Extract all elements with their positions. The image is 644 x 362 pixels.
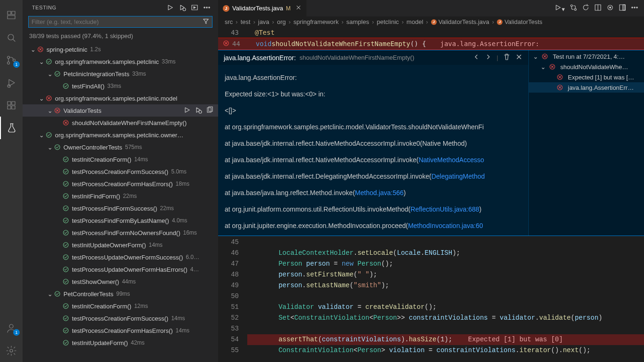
diff-icon[interactable] — [606, 4, 614, 13]
test-item[interactable]: testInitUpdateForm()42ms — [23, 337, 218, 349]
test-group[interactable]: ⌄org.springframework.samples.petclinic.m… — [23, 92, 218, 104]
stacktrace-line[interactable]: at org.junit.jupiter.engine.execution.Me… — [225, 218, 522, 234]
breadcrumb-item[interactable]: java — [258, 18, 269, 25]
accounts-icon[interactable]: 1 — [0, 317, 23, 339]
close-peek-icon[interactable] — [515, 53, 523, 62]
test-item[interactable]: testFindAll()33ms — [23, 80, 218, 92]
filter-input[interactable] — [29, 16, 200, 27]
peek-stacktrace[interactable]: java.lang.AssertionError:Expected size:<… — [218, 65, 528, 236]
chevron-icon[interactable]: ⌄ — [38, 58, 45, 65]
stacktrace-line[interactable]: <[]> — [225, 102, 522, 119]
code-line[interactable]: LocaleContextHolder.setLocale(Locale.ENG… — [247, 248, 644, 259]
goto-icon[interactable] — [206, 106, 213, 115]
code-line[interactable] — [247, 237, 644, 248]
test-item[interactable]: testInitCreationForm()12ms — [23, 300, 218, 312]
settings-gear-icon[interactable] — [0, 339, 23, 362]
breadcrumb-item[interactable]: samples — [346, 18, 369, 25]
run-icon[interactable] — [183, 106, 191, 115]
breadcrumbs[interactable]: src›test›java›org›springframework›sample… — [218, 16, 644, 27]
test-item[interactable]: testProcessCreationFormHasErrors()18ms — [23, 178, 218, 190]
prev-icon[interactable] — [472, 53, 480, 62]
test-item[interactable]: testProcessCreationFormHasErrors()14ms — [23, 324, 218, 337]
peek-tree-item[interactable]: ⌄shouldNotValidateWhe… — [529, 62, 644, 72]
test-item[interactable]: testShowOwner()44ms — [23, 275, 218, 288]
split-right-icon[interactable] — [594, 4, 602, 13]
breadcrumb-item[interactable]: test — [241, 18, 251, 25]
test-group[interactable]: ⌄PetControllerTests99ms — [23, 288, 218, 300]
code-line[interactable]: Person person = new Person(); — [247, 259, 644, 269]
layout-icon[interactable] — [619, 4, 626, 13]
search-icon[interactable] — [0, 26, 23, 49]
breadcrumb-item[interactable]: springframework — [293, 18, 338, 25]
stacktrace-line[interactable]: at org.junit.platform.commons.util.Refle… — [225, 201, 522, 218]
filter-box[interactable] — [28, 16, 212, 28]
code-line[interactable]: assertThat(constraintViolations).hasSize… — [247, 334, 644, 345]
breadcrumb-item[interactable]: JValidatorTests.java — [431, 18, 489, 25]
stacktrace-line[interactable]: at java.base/jdk.internal.reflect.Native… — [225, 152, 522, 168]
code-area[interactable]: 4546474849505152535455 LocaleContextHold… — [218, 236, 644, 362]
test-item[interactable]: testProcessCreationFormSuccess()5.0ms — [23, 165, 218, 178]
test-item[interactable]: testProcessFindFormSuccess()22ms — [23, 202, 218, 214]
error-line[interactable]: 44 void shouldNotValidateWhenFirstNameEm… — [218, 38, 644, 50]
breadcrumb-item[interactable]: org — [277, 18, 286, 25]
debug-icon[interactable] — [195, 106, 202, 115]
test-group[interactable]: ⌄spring-petclinic1.2s — [23, 43, 218, 55]
debug-all-icon[interactable] — [179, 4, 186, 11]
test-group[interactable]: ⌄PetclinicIntegrationTests33ms — [23, 68, 218, 80]
code-line[interactable]: Set<ConstraintViolation<Person>> constra… — [247, 313, 644, 323]
test-item[interactable]: testProcessFindFormNoOwnersFound()16ms — [23, 227, 218, 239]
tab-validator-tests[interactable]: J ValidatorTests.java M — [218, 0, 306, 16]
run-all-icon[interactable] — [166, 4, 174, 11]
stacktrace-line[interactable]: at org.springframework.samples.petclinic… — [225, 119, 522, 135]
next-icon[interactable] — [485, 53, 492, 62]
chevron-icon[interactable]: ⌄ — [46, 144, 54, 151]
code-line[interactable]: ConstraintViolation<Person> violation = … — [247, 345, 644, 356]
chevron-icon[interactable]: ⌄ — [38, 95, 45, 102]
breadcrumb-item[interactable]: JValidatorTests — [497, 18, 542, 25]
test-item[interactable]: testInitFindForm()22ms — [23, 190, 218, 202]
test-group[interactable]: ⌄OwnerControllerTests575ms — [23, 141, 218, 153]
test-group[interactable]: ⌄org.springframework.samples.petclinic33… — [23, 55, 218, 68]
test-item[interactable]: testProcessCreationFormSuccess()14ms — [23, 312, 218, 324]
filter-icon[interactable] — [200, 18, 212, 26]
stacktrace-line[interactable]: at java.base/jdk.internal.reflect.Delega… — [225, 168, 522, 185]
stacktrace-line[interactable]: at java.base/jdk.internal.reflect.Native… — [225, 135, 522, 152]
close-icon[interactable] — [295, 4, 302, 12]
chevron-icon[interactable]: ⌄ — [29, 46, 37, 53]
extensions-icon[interactable] — [0, 94, 23, 117]
code-line[interactable]: person.setFirstName(" "); — [247, 269, 644, 280]
run-debug-icon[interactable] — [0, 71, 23, 94]
peek-tree-item[interactable]: java.lang.AssertionErr… — [529, 82, 644, 93]
breadcrumb-item[interactable]: petclinic — [377, 18, 399, 25]
show-output-icon[interactable] — [191, 4, 198, 11]
test-item[interactable]: testInitUpdateOwnerForm()14ms — [23, 239, 218, 251]
code-line[interactable]: person.setLastName("smith"); — [247, 280, 644, 291]
chevron-icon[interactable]: ⌄ — [46, 291, 54, 298]
breadcrumb-item[interactable]: model — [407, 18, 423, 25]
stacktrace-line[interactable]: Expected size:<1> but was:<0> in: — [225, 86, 522, 102]
test-item[interactable]: testInitCreationForm()14ms — [23, 153, 218, 165]
breadcrumb-item[interactable]: src — [225, 18, 233, 25]
test-group[interactable]: ⌄org.springframework.samples.petclinic.o… — [23, 129, 218, 141]
loop-icon[interactable] — [582, 4, 589, 13]
peek-tree-item[interactable]: ⌄Test run at 7/27/2021, 4:… — [529, 51, 644, 62]
stacktrace-line[interactable]: at java.base/java.lang.reflect.Method.in… — [225, 185, 522, 201]
test-group[interactable]: ⌄ValidatorTests — [23, 104, 218, 117]
scm-icon[interactable]: 1 — [0, 49, 23, 71]
test-item[interactable]: testProcessFindFormByLastName()4.0ms — [23, 214, 218, 227]
code-line[interactable] — [247, 291, 644, 302]
code-line[interactable]: Validator validator = createValidator(); — [247, 302, 644, 313]
run-tab-icon[interactable]: ▾ — [554, 4, 565, 13]
chevron-icon[interactable]: ⌄ — [46, 71, 54, 78]
chevron-icon[interactable]: ⌄ — [46, 107, 54, 114]
test-item[interactable]: shouldNotValidateWhenFirstNameEmpty() — [23, 117, 218, 129]
code-line[interactable] — [247, 323, 644, 334]
git-compare-icon[interactable] — [570, 4, 577, 13]
more-icon[interactable] — [203, 4, 211, 11]
peek-tree-item[interactable]: Expected [1] but was [… — [529, 72, 644, 82]
trash-icon[interactable] — [503, 53, 510, 62]
chevron-icon[interactable]: ⌄ — [38, 132, 45, 139]
stacktrace-line[interactable]: java.lang.AssertionError: — [225, 70, 522, 86]
testing-icon[interactable] — [0, 117, 23, 139]
test-item[interactable]: testProcessUpdateOwnerFormSuccess()6.0… — [23, 251, 218, 263]
